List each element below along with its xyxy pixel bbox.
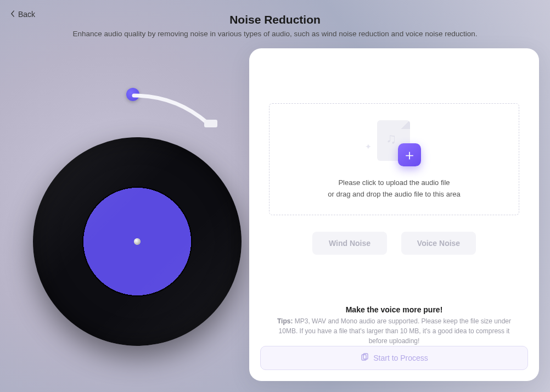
page-subtitle: Enhance audio quality by removing noise … (0, 30, 550, 38)
vinyl-record-icon (33, 137, 242, 346)
sparkle-icon: ✦ (365, 142, 372, 151)
tonearm-icon (132, 93, 220, 132)
tonearm-pivot-icon (126, 88, 139, 101)
tips-text: MP3, WAV and Mono audio are supported. P… (279, 317, 511, 345)
dropzone-line2: or drag and drop the audio file to this … (328, 190, 460, 198)
tips-body: Tips: MP3, WAV and Mono audio are suppor… (269, 316, 519, 346)
voice-noise-button[interactable]: Voice Noise (401, 232, 476, 255)
mode-buttons: Wind Noise Voice Noise (269, 232, 519, 255)
svg-rect-0 (204, 120, 217, 127)
start-process-button[interactable]: Start to Process (260, 346, 528, 370)
vinyl-illustration (22, 77, 247, 362)
copy-icon (360, 353, 369, 363)
tips-label: Tips: (277, 317, 293, 325)
dropzone-line1: Please click to upload the audio file (338, 178, 450, 187)
wind-noise-button[interactable]: Wind Noise (312, 232, 387, 255)
upload-card: ✦ ♫ ＋ Please click to upload the audio f… (249, 48, 539, 381)
music-note-icon: ♫ (386, 130, 397, 147)
process-label: Start to Process (373, 354, 428, 362)
upload-dropzone[interactable]: ✦ ♫ ＋ Please click to upload the audio f… (269, 103, 519, 215)
tips-block: Make the voice more pure! Tips: MP3, WAV… (269, 305, 519, 346)
upload-illustration: ✦ ♫ ＋ (364, 120, 424, 167)
plus-icon: ＋ (398, 143, 421, 166)
tips-headline: Make the voice more pure! (269, 305, 519, 314)
page-title: Noise Reduction (0, 13, 550, 26)
